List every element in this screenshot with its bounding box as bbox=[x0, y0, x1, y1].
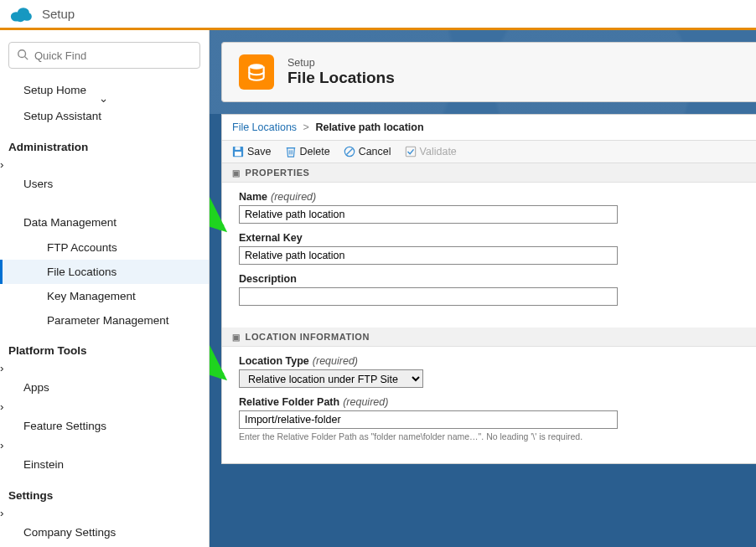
cancel-icon bbox=[344, 146, 355, 157]
hero-supertitle: Setup bbox=[287, 57, 395, 69]
chevron-down-icon: › bbox=[98, 99, 111, 307]
nav-section-platform-tools: Platform Tools bbox=[0, 333, 209, 362]
topbar-title: Setup bbox=[42, 7, 75, 21]
sidebar: Setup Home Setup Assistant Administratio… bbox=[0, 30, 210, 547]
folder-path-hint: Enter the Relative Folder Path as "folde… bbox=[239, 431, 746, 441]
nav-parameter-management[interactable]: Parameter Management bbox=[0, 308, 209, 333]
description-input[interactable] bbox=[239, 287, 618, 306]
svg-point-4 bbox=[18, 50, 26, 58]
svg-rect-8 bbox=[236, 147, 241, 150]
chevron-right-icon: › bbox=[0, 400, 209, 413]
name-input[interactable] bbox=[239, 205, 618, 224]
breadcrumb-root[interactable]: File Locations bbox=[232, 121, 297, 133]
delete-button[interactable]: Delete bbox=[285, 146, 330, 157]
breadcrumb-current: Relative path location bbox=[315, 121, 423, 133]
external-key-label: External Key bbox=[239, 232, 746, 244]
validate-icon bbox=[405, 146, 417, 157]
main-content: Setup File Locations File Locations > Re… bbox=[210, 30, 756, 547]
chevron-right-icon: › bbox=[0, 507, 209, 519]
hero-title: File Locations bbox=[287, 69, 395, 87]
toolbar: Save Delete Cancel Validate bbox=[222, 141, 756, 163]
svg-rect-9 bbox=[235, 152, 241, 156]
nav-einstein[interactable]: Einstein bbox=[0, 452, 209, 477]
svg-line-15 bbox=[346, 149, 352, 155]
section-properties-label: Properties bbox=[246, 168, 310, 178]
folder-path-label: Relative Folder Path(required) bbox=[239, 396, 746, 408]
folder-path-input[interactable] bbox=[239, 410, 618, 429]
nav-apps[interactable]: Apps bbox=[0, 374, 209, 400]
nav-feature-settings[interactable]: Feature Settings bbox=[0, 413, 209, 439]
section-properties-header: ▣ Properties bbox=[222, 163, 756, 183]
cancel-button[interactable]: Cancel bbox=[344, 146, 391, 157]
svg-point-6 bbox=[249, 64, 263, 70]
name-label: Name(required) bbox=[239, 191, 746, 203]
save-button[interactable]: Save bbox=[232, 146, 272, 157]
save-label: Save bbox=[247, 146, 272, 157]
delete-label: Delete bbox=[300, 146, 330, 157]
topbar: Setup bbox=[0, 0, 756, 30]
validate-button[interactable]: Validate bbox=[405, 146, 457, 157]
chevron-right-icon: › bbox=[0, 439, 209, 452]
svg-rect-16 bbox=[406, 147, 415, 156]
save-icon bbox=[232, 146, 244, 157]
detail-panel: File Locations > Relative path location … bbox=[221, 114, 756, 464]
svg-line-5 bbox=[25, 57, 28, 60]
breadcrumb: File Locations > Relative path location bbox=[222, 115, 756, 141]
description-label: Description bbox=[239, 273, 746, 285]
trash-icon bbox=[285, 146, 297, 157]
location-info-form: Location Type(required) Relative locatio… bbox=[222, 347, 756, 463]
nav-section-settings: Settings bbox=[0, 477, 209, 507]
external-key-input[interactable] bbox=[239, 246, 618, 265]
section-location-info-header: ▣ Location Information bbox=[222, 328, 756, 347]
location-type-select[interactable]: Relative location under FTP Site bbox=[239, 369, 423, 388]
properties-form: Name(required) External Key Description bbox=[222, 183, 756, 328]
file-locations-icon bbox=[239, 54, 274, 90]
validate-label: Validate bbox=[420, 146, 457, 157]
search-icon bbox=[17, 49, 28, 63]
location-type-label: Location Type(required) bbox=[239, 355, 746, 367]
section-location-info-label: Location Information bbox=[246, 332, 370, 342]
chevron-right-icon: › bbox=[0, 362, 209, 374]
collapse-icon[interactable]: ▣ bbox=[232, 168, 241, 178]
breadcrumb-separator: > bbox=[303, 121, 309, 133]
collapse-icon[interactable]: ▣ bbox=[232, 333, 241, 342]
cancel-label: Cancel bbox=[359, 146, 391, 157]
svg-point-3 bbox=[16, 13, 25, 22]
quickfind-input[interactable] bbox=[8, 42, 200, 69]
salesforce-cloud-icon bbox=[8, 6, 34, 23]
nav-company-settings[interactable]: Company Settings bbox=[0, 519, 209, 545]
hero-banner: Setup File Locations bbox=[210, 30, 756, 114]
